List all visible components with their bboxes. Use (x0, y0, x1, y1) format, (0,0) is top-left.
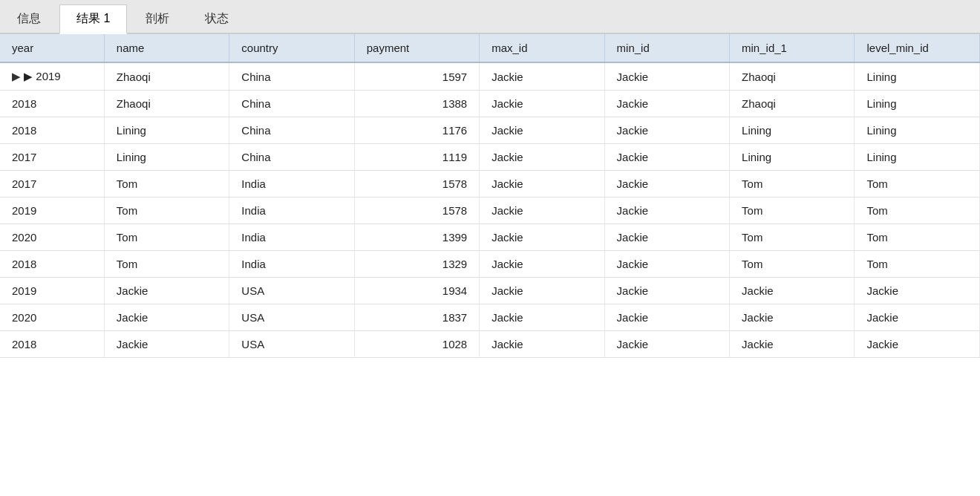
cell-min_id: Jackie (604, 251, 729, 278)
cell-name: Jackie (104, 304, 229, 331)
table-row[interactable]: 2020JackieUSA1837JackieJackieJackieJacki… (0, 304, 980, 331)
cell-year: 2018 (0, 117, 104, 144)
cell-year: 2018 (0, 91, 104, 117)
cell-year: 2020 (0, 304, 104, 331)
cell-level_min_id: Tom (855, 251, 980, 278)
col-header-year: year (0, 34, 104, 62)
cell-year: 2020 (0, 224, 104, 251)
cell-payment: 1176 (354, 117, 479, 144)
cell-level_min_id: Jackie (855, 278, 980, 304)
cell-country: India (229, 171, 354, 198)
cell-year: 2018 (0, 251, 104, 278)
cell-country: China (229, 62, 354, 91)
cell-min_id_1: Jackie (730, 278, 855, 304)
cell-min_id_1: Lining (730, 117, 855, 144)
cell-year: 2017 (0, 144, 104, 171)
cell-payment: 1388 (354, 91, 479, 117)
cell-max_id: Jackie (480, 251, 604, 278)
col-header-name: name (104, 34, 229, 62)
cell-min_id_1: Tom (730, 224, 855, 251)
cell-min_id_1: Tom (730, 171, 855, 198)
cell-level_min_id: Lining (855, 144, 980, 171)
table-row[interactable]: 2017LiningChina1119JackieJackieLiningLin… (0, 144, 980, 171)
cell-level_min_id: Lining (855, 62, 980, 91)
cell-min_id_1: Zhaoqi (730, 91, 855, 117)
cell-min_id_1: Jackie (730, 304, 855, 331)
cell-max_id: Jackie (480, 304, 604, 331)
table-row[interactable]: 2017TomIndia1578JackieJackieTomTom (0, 171, 980, 198)
cell-level_min_id: Jackie (855, 304, 980, 331)
cell-payment: 1837 (354, 304, 479, 331)
cell-max_id: Jackie (480, 331, 604, 358)
table-row[interactable]: 2019JackieUSA1934JackieJackieJackieJacki… (0, 278, 980, 304)
cell-country: USA (229, 304, 354, 331)
cell-name: Jackie (104, 278, 229, 304)
cell-payment: 1028 (354, 331, 479, 358)
table-row[interactable]: 2018LiningChina1176JackieJackieLiningLin… (0, 117, 980, 144)
tab-bar: 信息 结果 1 剖析 状态 (0, 0, 980, 34)
cell-level_min_id: Tom (855, 198, 980, 224)
table-row[interactable]: 2018TomIndia1329JackieJackieTomTom (0, 251, 980, 278)
cell-max_id: Jackie (480, 62, 604, 91)
cell-name: Tom (104, 198, 229, 224)
table-row[interactable]: 2019TomIndia1578JackieJackieTomTom (0, 198, 980, 224)
cell-max_id: Jackie (480, 198, 604, 224)
cell-max_id: Jackie (480, 171, 604, 198)
cell-max_id: Jackie (480, 278, 604, 304)
cell-payment: 1119 (354, 144, 479, 171)
cell-level_min_id: Tom (855, 224, 980, 251)
cell-name: Tom (104, 251, 229, 278)
cell-min_id: Jackie (604, 117, 729, 144)
cell-min_id: Jackie (604, 171, 729, 198)
cell-min_id_1: Tom (730, 198, 855, 224)
cell-min_id_1: Zhaoqi (730, 62, 855, 91)
cell-payment: 1329 (354, 251, 479, 278)
table-body: ▶ 2019ZhaoqiChina1597JackieJackieZhaoqiL… (0, 62, 980, 358)
cell-year: ▶ 2019 (0, 62, 104, 91)
cell-name: Lining (104, 144, 229, 171)
cell-max_id: Jackie (480, 91, 604, 117)
table-row[interactable]: 2018ZhaoqiChina1388JackieJackieZhaoqiLin… (0, 91, 980, 117)
cell-name: Zhaoqi (104, 62, 229, 91)
cell-min_id_1: Jackie (730, 331, 855, 358)
cell-country: USA (229, 331, 354, 358)
cell-payment: 1934 (354, 278, 479, 304)
table-row[interactable]: 2020TomIndia1399JackieJackieTomTom (0, 224, 980, 251)
cell-min_id_1: Lining (730, 144, 855, 171)
cell-max_id: Jackie (480, 144, 604, 171)
row-indicator: ▶ (24, 70, 36, 82)
table-row[interactable]: ▶ 2019ZhaoqiChina1597JackieJackieZhaoqiL… (0, 62, 980, 91)
tab-status[interactable]: 状态 (188, 4, 246, 33)
cell-min_id_1: Tom (730, 251, 855, 278)
cell-max_id: Jackie (480, 117, 604, 144)
cell-year: 2018 (0, 331, 104, 358)
cell-year: 2019 (0, 278, 104, 304)
table-header: yearnamecountrypaymentmax_idmin_idmin_id… (0, 34, 980, 62)
cell-min_id: Jackie (604, 144, 729, 171)
cell-min_id: Jackie (604, 278, 729, 304)
cell-country: China (229, 91, 354, 117)
cell-country: India (229, 198, 354, 224)
cell-level_min_id: Lining (855, 91, 980, 117)
cell-min_id: Jackie (604, 304, 729, 331)
cell-payment: 1578 (354, 171, 479, 198)
col-header-country: country (229, 34, 354, 62)
cell-name: Lining (104, 117, 229, 144)
col-header-level_min_id: level_min_id (855, 34, 980, 62)
cell-country: India (229, 251, 354, 278)
cell-level_min_id: Jackie (855, 331, 980, 358)
cell-min_id: Jackie (604, 62, 729, 91)
tab-result1[interactable]: 结果 1 (59, 4, 127, 34)
tab-info[interactable]: 信息 (0, 4, 58, 33)
cell-min_id: Jackie (604, 198, 729, 224)
result-table: yearnamecountrypaymentmax_idmin_idmin_id… (0, 34, 980, 358)
cell-level_min_id: Tom (855, 171, 980, 198)
table-row[interactable]: 2018JackieUSA1028JackieJackieJackieJacki… (0, 331, 980, 358)
col-header-max_id: max_id (480, 34, 604, 62)
result-table-container: yearnamecountrypaymentmax_idmin_idmin_id… (0, 34, 980, 496)
cell-max_id: Jackie (480, 224, 604, 251)
cell-min_id: Jackie (604, 331, 729, 358)
cell-payment: 1597 (354, 62, 479, 91)
tab-analyze[interactable]: 剖析 (128, 4, 186, 33)
cell-min_id: Jackie (604, 91, 729, 117)
